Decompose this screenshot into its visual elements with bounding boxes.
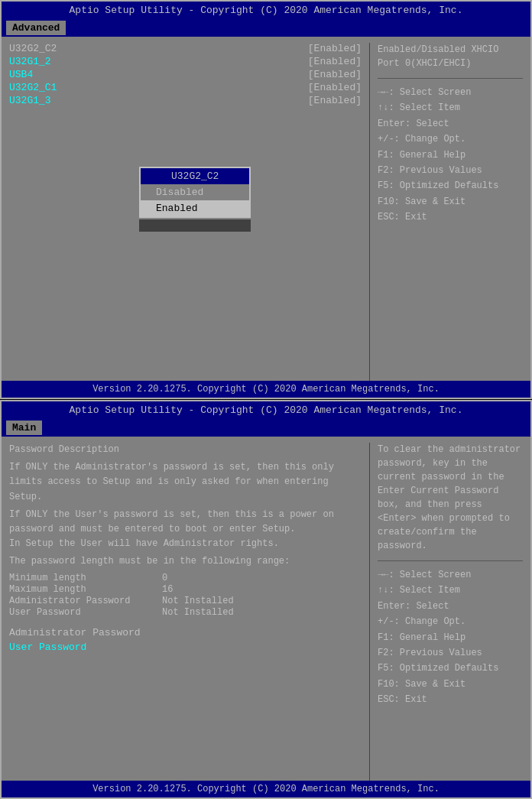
tab-advanced-label: Advanced [12,22,60,34]
menu-value-4: [Enabled] [308,95,362,106]
s2-key-hint-6: F5: Optimized Defaults [378,661,523,676]
key-hint-2: Enter: Select [378,116,523,132]
pw-desc-line-4: If ONLY the User's password is set, then… [9,508,362,522]
screen2-right-keys: →←: Select Screen ↑↓: Select Item Enter:… [378,560,523,708]
pw-desc-line-0: Password Description [9,443,362,457]
screen1-right-keys: →←: Select Screen ↑↓: Select Item Enter:… [378,78,523,226]
menu-item-1[interactable]: U32G1_2 [Enabled] [9,56,362,67]
menu-label-4: U32G1_3 [9,95,51,106]
menu-value-3: [Enabled] [308,82,362,93]
screen1-header-text: Aptio Setup Utility - Copyright (C) 2020… [70,5,463,16]
menu-item-2[interactable]: USB4 [Enabled] [9,69,362,80]
s2-key-hint-3: +/-: Change Opt. [378,614,523,629]
s2-key-hint-2: Enter: Select [378,599,523,614]
pw-label-1: Maximum length [9,584,162,595]
screen1-left: U32G2_C2 [Enabled] U32G1_2 [Enabled] USB… [2,37,369,387]
pw-links-section: Administrator Password User Password [9,627,362,653]
pw-desc-line-6: In Setup the User will have Administrato… [9,537,362,551]
screen1-header: Aptio Setup Utility - Copyright (C) 2020… [2,2,530,19]
key-hint-0: →←: Select Screen [378,85,523,100]
screen2-tabbar: Main [2,419,530,437]
menu-label-1: U32G1_2 [9,56,51,67]
menu-item-0[interactable]: U32G2_C2 [Enabled] [9,43,362,54]
s2-key-hint-4: F1: General Help [378,630,523,645]
screen2-footer: Version 2.20.1275. Copyright (C) 2020 Am… [2,781,530,797]
s2-key-hint-0: →←: Select Screen [378,567,523,583]
screen1-right: Enabled/Disabled XHCIO Port 0(XHCI/EHCI)… [370,37,530,387]
screen2-header: Aptio Setup Utility - Copyright (C) 2020… [2,401,530,419]
pw-desc-line-5: password and must be entered to boot or … [9,522,362,537]
pw-desc-line-3: Setup. [9,490,362,505]
menu-value-2: [Enabled] [308,69,362,80]
screen2-body: Password Description If ONLY the Adminis… [2,437,530,787]
screen2-right-desc: To clear the administrator password, key… [378,443,523,553]
pw-desc-line-1: If ONLY the Administrator's password is … [9,460,362,475]
screen1-right-desc: Enabled/Disabled XHCIO Port 0(XHCI/EHCI) [378,43,523,70]
pw-label-2: Administrator Password [9,596,162,606]
pw-value-1: 16 [162,584,173,595]
pw-field-3: User Password Not Installed [9,607,362,618]
key-hint-5: F2: Previous Values [378,163,523,178]
pw-value-0: 0 [162,573,167,583]
pw-label-3: User Password [9,607,162,618]
popup-title: U32G2_C2 [141,168,249,184]
key-hint-6: F5: Optimized Defaults [378,178,523,193]
pw-field-1: Maximum length 16 [9,584,362,595]
screen2-header-text: Aptio Setup Utility - Copyright (C) 2020… [70,404,463,416]
key-hint-1: ↑↓: Select Item [378,100,523,115]
key-hint-3: +/-: Change Opt. [378,132,523,147]
pw-description: Password Description If ONLY the Adminis… [9,443,362,570]
menu-label-0: U32G2_C2 [9,43,57,54]
pw-label-0: Minimum length [9,573,162,583]
popup-option-disabled[interactable]: Disabled [141,184,249,200]
screen2-right: To clear the administrator password, key… [370,437,530,787]
pw-desc-line-2: limits access to Setup and is only asked… [9,475,362,489]
screen2-footer-text: Version 2.20.1275. Copyright (C) 2020 Am… [92,784,440,794]
pw-field-2: Administrator Password Not Installed [9,596,362,606]
screen1-footer-text: Version 2.20.1275. Copyright (C) 2020 Am… [92,384,440,395]
key-hint-7: F10: Save & Exit [378,194,523,209]
screen2: Aptio Setup Utility - Copyright (C) 2020… [0,400,532,799]
pw-value-2: Not Installed [162,596,234,606]
screen1-tabbar: Advanced [2,19,530,37]
menu-label-2: USB4 [9,69,33,80]
s2-key-hint-1: ↑↓: Select Item [378,583,523,598]
pw-link-admin[interactable]: Administrator Password [9,627,362,638]
popup-shadow [139,219,251,232]
key-hint-4: F1: General Help [378,148,523,163]
tab-main-label: Main [12,422,36,434]
popup-dropdown: U32G2_C2 Disabled Enabled [139,167,251,232]
popup-option-enabled[interactable]: Enabled [141,200,249,216]
menu-value-1: [Enabled] [308,56,362,67]
tab-main[interactable]: Main [6,421,42,435]
tab-advanced[interactable]: Advanced [6,21,66,35]
menu-item-4[interactable]: U32G1_3 [Enabled] [9,95,362,106]
pw-desc-line-7: The password length must be in the follo… [9,554,362,569]
pw-link-user[interactable]: User Password [9,641,362,653]
key-hint-8: ESC: Exit [378,209,523,225]
s2-key-hint-7: F10: Save & Exit [378,677,523,692]
popup-box: U32G2_C2 Disabled Enabled [139,167,251,218]
menu-label-3: U32G2_C1 [9,82,57,93]
pw-field-0: Minimum length 0 [9,573,362,583]
menu-item-3[interactable]: U32G2_C1 [Enabled] [9,82,362,93]
s2-key-hint-8: ESC: Exit [378,692,523,707]
s2-key-hint-5: F2: Previous Values [378,645,523,661]
screen1-footer: Version 2.20.1275. Copyright (C) 2020 Am… [2,381,530,398]
screen2-left: Password Description If ONLY the Adminis… [2,437,369,787]
pw-value-3: Not Installed [162,607,234,618]
menu-value-0: [Enabled] [308,43,362,54]
screen1-body: U32G2_C2 [Enabled] U32G1_2 [Enabled] USB… [2,37,530,387]
screen1: Aptio Setup Utility - Copyright (C) 2020… [0,0,532,399]
